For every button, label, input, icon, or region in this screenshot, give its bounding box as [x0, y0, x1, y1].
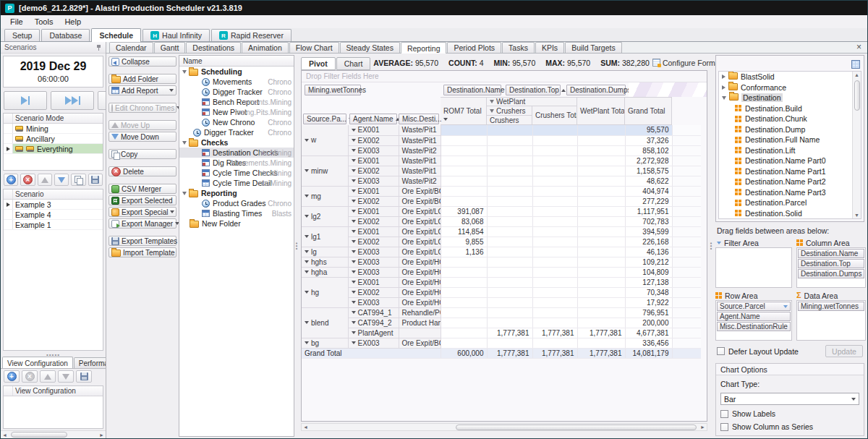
tab-chart[interactable]: Chart: [336, 57, 371, 70]
column-header-wetplant-total[interactable]: WetPlant Total: [577, 97, 625, 125]
move-up-button[interactable]: [38, 174, 52, 186]
pivot-parcel-cell[interactable]: hghs: [302, 257, 348, 267]
field-item-destination-chunk[interactable]: Destination.Chunk: [719, 114, 852, 124]
field-item-destination-name-part2[interactable]: Destination.Name Part2: [719, 176, 852, 187]
pivot-misc-cell[interactable]: Product Handling...: [399, 317, 441, 328]
tree-pivot-splitter[interactable]: •••: [294, 55, 299, 438]
field-item-destination-lift[interactable]: Destination.Lift: [719, 145, 852, 156]
pivot-row[interactable]: EX002Waste/Pit137,326: [302, 135, 701, 145]
expander-icon[interactable]: [352, 250, 356, 253]
expander-icon[interactable]: [182, 141, 187, 145]
pivot-misc-cell[interactable]: Waste/Pit1: [399, 125, 441, 135]
pivot-misc-cell[interactable]: Ore Expit/BG: [399, 196, 441, 206]
scenario-mode-row-everything[interactable]: Everything: [4, 144, 103, 154]
tree-item-destination-checks[interactable]: Destination Checksnts.Mining: [179, 148, 294, 158]
tree-item-new-chrono[interactable]: New ChronoChrono: [179, 117, 294, 127]
chart-type-select[interactable]: Bar: [720, 393, 859, 405]
playback-button-0[interactable]: [4, 91, 47, 110]
pivot-row[interactable]: lgEX003Ore Expit/LG1,13646,136: [302, 247, 701, 257]
tab-view-configuration[interactable]: View Configuration: [2, 357, 73, 369]
pivot-misc-cell[interactable]: Ore Expit/BG: [399, 338, 441, 348]
pivot-agent-cell[interactable]: EX002: [348, 196, 399, 206]
pivot-row[interactable]: EX003Waste/Pit248,622: [302, 176, 701, 186]
tab-gantt[interactable]: Gantt: [154, 42, 186, 53]
filter-icon[interactable]: [783, 305, 788, 308]
pivot-misc-cell[interactable]: Waste/Pit1: [399, 155, 441, 166]
pivot-fieldlist-splitter[interactable]: •••: [709, 55, 714, 438]
expander-icon[interactable]: [352, 129, 356, 132]
tab-tasks[interactable]: Tasks: [502, 42, 535, 53]
filter-fields-drop-zone[interactable]: Drop Filter Fields Here: [302, 71, 707, 82]
copy-scenario-button[interactable]: [71, 174, 85, 186]
layout-grid-icon[interactable]: [851, 60, 860, 69]
move-down-button[interactable]: [54, 174, 69, 186]
pivot-misc-cell[interactable]: Ore Expit/LG: [399, 247, 441, 257]
tab-reporting[interactable]: Reporting: [401, 42, 447, 54]
area-field-destination-dumps[interactable]: Destination.Dumps: [798, 269, 864, 278]
column-header-crushers-total[interactable]: Crushers Total: [532, 106, 577, 125]
playback-button-2[interactable]: [98, 91, 106, 110]
pivot-row[interactable]: CAT994_2Product Handling...200,000: [302, 317, 701, 328]
column-header-crushers[interactable]: Crushers: [487, 116, 532, 125]
csv-merger-button[interactable]: CSV Merger: [109, 184, 176, 194]
tree-item-product-grades[interactable]: Product GradesChrono: [179, 198, 294, 208]
pin-icon[interactable]: [95, 44, 102, 51]
field-item-destination-full-name[interactable]: Destination.Full Name: [719, 135, 852, 145]
checkbox-show-labels[interactable]: Show Labels: [720, 409, 859, 418]
save-scenario-button[interactable]: [88, 174, 103, 186]
expander-icon[interactable]: [352, 291, 356, 294]
pivot-agent-cell[interactable]: EX002: [348, 135, 399, 145]
scenario-mode-row-ancillary[interactable]: Ancillary: [4, 134, 103, 144]
checkbox-icon[interactable]: [717, 347, 725, 355]
scroll-right-icon[interactable]: ►: [98, 431, 106, 438]
area-field-misc-destinationrule[interactable]: Misc.DestinationRule: [717, 322, 791, 331]
area-field-agent-name[interactable]: Agent.Name: [717, 312, 791, 321]
pivot-agent-cell[interactable]: EX003: [348, 145, 399, 155]
pivot-misc-cell[interactable]: Ore Expit/LG: [399, 216, 441, 226]
scenario-row-example-4[interactable]: Example 4: [4, 210, 103, 220]
app-tab-schedule[interactable]: Schedule: [91, 28, 141, 42]
pivot-agent-cell[interactable]: EX001: [348, 277, 399, 287]
pivot-agent-cell[interactable]: EX003: [348, 338, 399, 348]
app-tab-setup[interactable]: Setup: [4, 29, 40, 41]
pivot-misc-cell[interactable]: Waste/Pit2: [399, 145, 441, 155]
tab-animation[interactable]: Animation: [242, 42, 289, 53]
tab-build-targets[interactable]: Build Targets: [565, 42, 622, 53]
pivot-row[interactable]: lg2EX001Ore Expit/LG391,0871,117,951: [302, 206, 701, 216]
field-item-destination-build[interactable]: Destination.Build: [719, 103, 852, 114]
delete-view-button[interactable]: ×: [22, 370, 38, 383]
move-up-button[interactable]: Move Up: [109, 120, 176, 130]
pivot-row[interactable]: mgEX001Ore Expit/BG404,974: [302, 186, 701, 196]
pivot-agent-cell[interactable]: EX001: [348, 125, 399, 135]
pivot-row[interactable]: EX003Waste/Pit2858,102: [302, 145, 701, 155]
add-folder-button[interactable]: Add Folder: [109, 74, 176, 84]
field-item-destination-name-part1[interactable]: Destination.Name Part1: [719, 166, 852, 177]
pivot-misc-cell[interactable]: Waste/Pit2: [399, 176, 441, 186]
filter-area-box[interactable]: [715, 247, 792, 288]
pivot-misc-cell[interactable]: Waste/Pit1: [399, 166, 441, 176]
pivot-agent-cell[interactable]: PlantAgent: [348, 328, 399, 338]
column-header-crushers-group[interactable]: Crushers: [487, 106, 532, 116]
pivot-parcel-cell[interactable]: minw: [302, 155, 348, 186]
pivot-row[interactable]: EX002Ore Expit/LG83,068702,783: [302, 216, 701, 226]
add-view-button[interactable]: +: [4, 370, 20, 383]
pivot-row[interactable]: EX002Ore Expit/BG277,229: [302, 196, 701, 206]
tree-item-reporting[interactable]: Reporting: [179, 188, 294, 198]
pivot-agent-cell[interactable]: EX003: [348, 297, 399, 307]
app-tab-rapid-reserver[interactable]: RRapid Reserver: [211, 29, 292, 41]
field-item-destination-name-part3[interactable]: Destination.Name Part3: [719, 187, 852, 198]
scrollbar-thumb[interactable]: [11, 432, 67, 438]
expander-icon[interactable]: [305, 341, 309, 344]
scroll-right-icon[interactable]: ►: [699, 424, 707, 431]
pivot-parcel-cell[interactable]: hgha: [302, 267, 348, 277]
expander-icon[interactable]: [182, 192, 187, 195]
expander-icon[interactable]: [490, 100, 494, 103]
expander-icon[interactable]: [352, 220, 356, 223]
pivot-agent-cell[interactable]: EX001: [348, 155, 399, 166]
expander-icon[interactable]: [352, 270, 356, 273]
pivot-agent-cell[interactable]: CAT994_1: [348, 307, 399, 317]
tree-item-movements[interactable]: MovementsChrono: [179, 77, 294, 87]
expander-icon[interactable]: [352, 179, 356, 182]
export-special-button[interactable]: Export Special: [109, 207, 176, 217]
pivot-parcel-cell[interactable]: w: [302, 125, 348, 155]
